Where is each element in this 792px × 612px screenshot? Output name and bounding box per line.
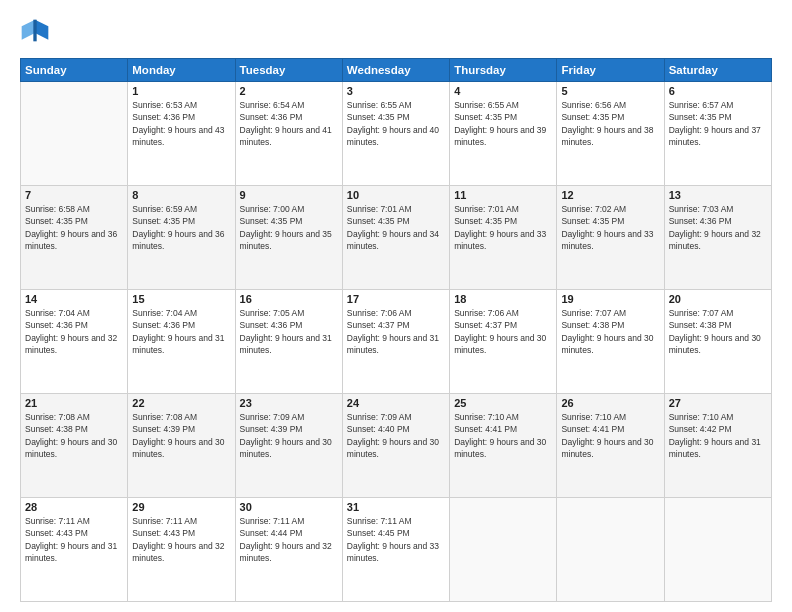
calendar-cell: 31Sunrise: 7:11 AMSunset: 4:45 PMDayligh… [342,498,449,602]
day-number: 17 [347,293,445,305]
day-number: 16 [240,293,338,305]
day-info: Sunrise: 7:06 AMSunset: 4:37 PMDaylight:… [454,307,552,356]
calendar-cell: 10Sunrise: 7:01 AMSunset: 4:35 PMDayligh… [342,186,449,290]
day-info: Sunrise: 7:11 AMSunset: 4:45 PMDaylight:… [347,515,445,564]
day-number: 15 [132,293,230,305]
day-number: 1 [132,85,230,97]
calendar-cell: 25Sunrise: 7:10 AMSunset: 4:41 PMDayligh… [450,394,557,498]
calendar-week-row: 14Sunrise: 7:04 AMSunset: 4:36 PMDayligh… [21,290,772,394]
day-number: 2 [240,85,338,97]
day-number: 18 [454,293,552,305]
calendar-cell: 4Sunrise: 6:55 AMSunset: 4:35 PMDaylight… [450,82,557,186]
day-number: 10 [347,189,445,201]
calendar-cell: 18Sunrise: 7:06 AMSunset: 4:37 PMDayligh… [450,290,557,394]
calendar-week-row: 21Sunrise: 7:08 AMSunset: 4:38 PMDayligh… [21,394,772,498]
day-info: Sunrise: 6:55 AMSunset: 4:35 PMDaylight:… [347,99,445,148]
calendar-cell: 26Sunrise: 7:10 AMSunset: 4:41 PMDayligh… [557,394,664,498]
logo-icon [20,18,50,48]
day-info: Sunrise: 6:58 AMSunset: 4:35 PMDaylight:… [25,203,123,252]
day-info: Sunrise: 6:53 AMSunset: 4:36 PMDaylight:… [132,99,230,148]
calendar-cell: 24Sunrise: 7:09 AMSunset: 4:40 PMDayligh… [342,394,449,498]
day-info: Sunrise: 7:00 AMSunset: 4:35 PMDaylight:… [240,203,338,252]
day-number: 27 [669,397,767,409]
page: SundayMondayTuesdayWednesdayThursdayFrid… [0,0,792,612]
day-number: 8 [132,189,230,201]
day-info: Sunrise: 7:11 AMSunset: 4:43 PMDaylight:… [25,515,123,564]
calendar-cell: 19Sunrise: 7:07 AMSunset: 4:38 PMDayligh… [557,290,664,394]
weekday-header: Wednesday [342,59,449,82]
calendar-cell [557,498,664,602]
calendar-cell: 2Sunrise: 6:54 AMSunset: 4:36 PMDaylight… [235,82,342,186]
day-number: 6 [669,85,767,97]
day-number: 28 [25,501,123,513]
day-number: 4 [454,85,552,97]
day-number: 11 [454,189,552,201]
calendar-cell: 22Sunrise: 7:08 AMSunset: 4:39 PMDayligh… [128,394,235,498]
day-number: 26 [561,397,659,409]
day-info: Sunrise: 7:07 AMSunset: 4:38 PMDaylight:… [669,307,767,356]
day-number: 13 [669,189,767,201]
calendar-week-row: 7Sunrise: 6:58 AMSunset: 4:35 PMDaylight… [21,186,772,290]
day-info: Sunrise: 7:04 AMSunset: 4:36 PMDaylight:… [132,307,230,356]
day-info: Sunrise: 6:57 AMSunset: 4:35 PMDaylight:… [669,99,767,148]
day-info: Sunrise: 7:07 AMSunset: 4:38 PMDaylight:… [561,307,659,356]
day-number: 5 [561,85,659,97]
calendar-cell [21,82,128,186]
day-info: Sunrise: 7:09 AMSunset: 4:40 PMDaylight:… [347,411,445,460]
day-number: 30 [240,501,338,513]
weekday-header: Sunday [21,59,128,82]
calendar-cell: 17Sunrise: 7:06 AMSunset: 4:37 PMDayligh… [342,290,449,394]
calendar-cell: 23Sunrise: 7:09 AMSunset: 4:39 PMDayligh… [235,394,342,498]
calendar-cell: 11Sunrise: 7:01 AMSunset: 4:35 PMDayligh… [450,186,557,290]
day-number: 29 [132,501,230,513]
calendar-cell: 1Sunrise: 6:53 AMSunset: 4:36 PMDaylight… [128,82,235,186]
calendar-cell: 21Sunrise: 7:08 AMSunset: 4:38 PMDayligh… [21,394,128,498]
day-number: 3 [347,85,445,97]
day-info: Sunrise: 7:09 AMSunset: 4:39 PMDaylight:… [240,411,338,460]
calendar-cell: 8Sunrise: 6:59 AMSunset: 4:35 PMDaylight… [128,186,235,290]
day-info: Sunrise: 6:56 AMSunset: 4:35 PMDaylight:… [561,99,659,148]
calendar-cell: 14Sunrise: 7:04 AMSunset: 4:36 PMDayligh… [21,290,128,394]
day-info: Sunrise: 7:01 AMSunset: 4:35 PMDaylight:… [347,203,445,252]
calendar-cell [450,498,557,602]
day-info: Sunrise: 7:01 AMSunset: 4:35 PMDaylight:… [454,203,552,252]
svg-rect-3 [33,20,36,42]
day-number: 23 [240,397,338,409]
day-number: 7 [25,189,123,201]
header [20,18,772,48]
day-number: 24 [347,397,445,409]
weekday-header: Saturday [664,59,771,82]
day-number: 12 [561,189,659,201]
day-info: Sunrise: 7:05 AMSunset: 4:36 PMDaylight:… [240,307,338,356]
calendar-week-row: 28Sunrise: 7:11 AMSunset: 4:43 PMDayligh… [21,498,772,602]
calendar-cell: 3Sunrise: 6:55 AMSunset: 4:35 PMDaylight… [342,82,449,186]
day-info: Sunrise: 6:59 AMSunset: 4:35 PMDaylight:… [132,203,230,252]
day-number: 19 [561,293,659,305]
logo [20,18,54,48]
calendar-cell: 20Sunrise: 7:07 AMSunset: 4:38 PMDayligh… [664,290,771,394]
calendar-cell: 7Sunrise: 6:58 AMSunset: 4:35 PMDaylight… [21,186,128,290]
day-info: Sunrise: 7:04 AMSunset: 4:36 PMDaylight:… [25,307,123,356]
day-number: 22 [132,397,230,409]
day-number: 21 [25,397,123,409]
calendar-cell: 9Sunrise: 7:00 AMSunset: 4:35 PMDaylight… [235,186,342,290]
calendar-table: SundayMondayTuesdayWednesdayThursdayFrid… [20,58,772,602]
day-number: 9 [240,189,338,201]
calendar-cell: 16Sunrise: 7:05 AMSunset: 4:36 PMDayligh… [235,290,342,394]
calendar-cell: 6Sunrise: 6:57 AMSunset: 4:35 PMDaylight… [664,82,771,186]
day-info: Sunrise: 7:03 AMSunset: 4:36 PMDaylight:… [669,203,767,252]
calendar-week-row: 1Sunrise: 6:53 AMSunset: 4:36 PMDaylight… [21,82,772,186]
weekday-header: Tuesday [235,59,342,82]
day-info: Sunrise: 7:11 AMSunset: 4:44 PMDaylight:… [240,515,338,564]
calendar-header-row: SundayMondayTuesdayWednesdayThursdayFrid… [21,59,772,82]
day-number: 31 [347,501,445,513]
calendar-cell: 12Sunrise: 7:02 AMSunset: 4:35 PMDayligh… [557,186,664,290]
calendar-cell: 15Sunrise: 7:04 AMSunset: 4:36 PMDayligh… [128,290,235,394]
calendar-cell: 30Sunrise: 7:11 AMSunset: 4:44 PMDayligh… [235,498,342,602]
day-info: Sunrise: 6:55 AMSunset: 4:35 PMDaylight:… [454,99,552,148]
day-info: Sunrise: 7:02 AMSunset: 4:35 PMDaylight:… [561,203,659,252]
day-info: Sunrise: 7:10 AMSunset: 4:41 PMDaylight:… [454,411,552,460]
weekday-header: Friday [557,59,664,82]
calendar-cell: 27Sunrise: 7:10 AMSunset: 4:42 PMDayligh… [664,394,771,498]
calendar-cell: 13Sunrise: 7:03 AMSunset: 4:36 PMDayligh… [664,186,771,290]
